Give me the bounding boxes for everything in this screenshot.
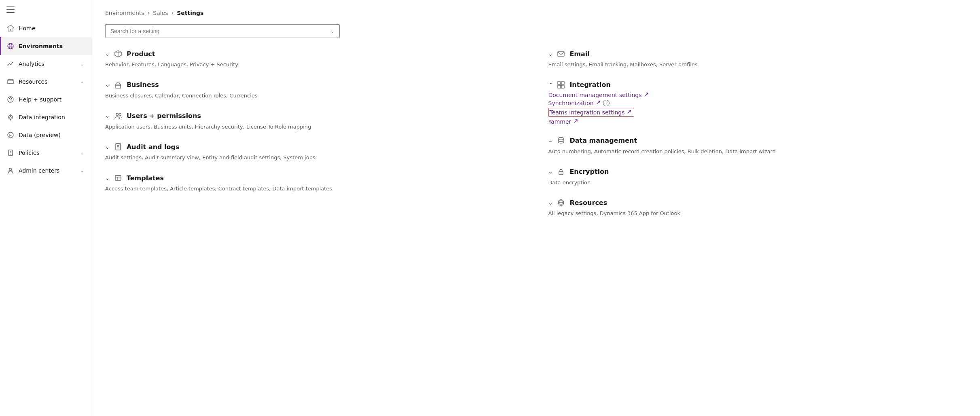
- section-integration: ⌄ Integration Document management settin: [548, 80, 967, 125]
- svg-rect-29: [115, 175, 121, 180]
- section-product-links: Behavior, Features, Languages, Privacy +…: [105, 61, 524, 69]
- section-templates-links: Access team templates, Article templates…: [105, 185, 524, 193]
- sidebar-item-help-label: Help + support: [19, 96, 85, 103]
- svg-rect-3: [8, 80, 13, 84]
- section-data-management-links: Auto numbering, Automatic record creatio…: [548, 148, 967, 156]
- sidebar-header: [0, 0, 92, 19]
- section-email-header[interactable]: ⌄ Email: [548, 49, 967, 58]
- sidebar-item-help-support[interactable]: Help + support: [0, 91, 92, 108]
- sidebar-item-analytics[interactable]: Analytics ⌄: [0, 55, 92, 73]
- sidebar-item-policies[interactable]: Policies ⌄: [0, 144, 92, 162]
- main-content: Environments › Sales › Settings ⌄ ⌄: [92, 0, 980, 416]
- section-email-links: Email settings, Email tracking, Mailboxe…: [548, 61, 967, 69]
- policies-icon: [6, 149, 15, 157]
- section-data-management-title: Data management: [569, 137, 637, 144]
- svg-point-13: [8, 132, 13, 138]
- yammer-link[interactable]: Yammer: [548, 118, 967, 125]
- section-audit-title: Audit and logs: [127, 143, 180, 151]
- sidebar-item-data-preview[interactable]: Data (preview): [0, 126, 92, 144]
- section-audit-links: Audit settings, Audit summary view, Enti…: [105, 154, 524, 162]
- resources-icon: [6, 78, 15, 86]
- svg-point-23: [116, 113, 119, 116]
- audit-icon: [114, 142, 123, 151]
- section-product-header[interactable]: ⌄ Product: [105, 49, 524, 58]
- svg-rect-34: [561, 82, 564, 84]
- business-chevron-icon: ⌄: [105, 82, 110, 88]
- search-input[interactable]: [110, 28, 330, 34]
- encryption-chevron-icon: ⌄: [548, 169, 553, 175]
- teams-integration-label: Teams integration settings: [550, 109, 625, 116]
- section-product-title: Product: [127, 50, 155, 58]
- settings-grid: ⌄ Product Behavior, Features, Languages,…: [105, 49, 967, 229]
- section-users-header[interactable]: ⌄ Users + permissions: [105, 112, 524, 120]
- environments-icon: [6, 42, 15, 50]
- section-encryption-title: Encryption: [569, 168, 609, 175]
- section-integration-header[interactable]: ⌄ Integration: [548, 80, 967, 89]
- section-templates-title: Templates: [127, 174, 164, 182]
- sidebar-item-resources[interactable]: Resources ⌄: [0, 73, 92, 91]
- sidebar-item-home[interactable]: Home: [0, 19, 92, 37]
- section-encryption: ⌄ Encryption Data encryption: [548, 167, 967, 187]
- yammer-label: Yammer: [548, 118, 571, 125]
- teams-integration-link[interactable]: Teams integration settings: [550, 109, 632, 116]
- breadcrumb: Environments › Sales › Settings: [105, 10, 967, 16]
- section-business-title: Business: [127, 81, 159, 89]
- svg-rect-36: [561, 85, 564, 88]
- data-management-icon: [557, 136, 565, 145]
- data-integration-icon: [6, 113, 15, 121]
- synchronization-link[interactable]: Synchronization i: [548, 100, 967, 106]
- section-templates-header[interactable]: ⌄ Templates: [105, 173, 524, 182]
- synchronization-ext-icon: [596, 100, 601, 106]
- search-bar[interactable]: ⌄: [105, 24, 340, 38]
- section-resources-links: All legacy settings, Dynamics 365 App fo…: [548, 209, 967, 218]
- section-users-title: Users + permissions: [127, 112, 201, 120]
- breadcrumb-sales[interactable]: Sales: [153, 10, 168, 16]
- sidebar-item-environments[interactable]: Environments: [0, 37, 92, 55]
- teams-integration-wrapper: Teams integration settings: [548, 108, 635, 117]
- analytics-chevron-icon: ⌄: [79, 61, 85, 67]
- section-audit-header[interactable]: ⌄ Audit and logs: [105, 142, 524, 151]
- sidebar-item-resources-label: Resources: [19, 78, 75, 85]
- yammer-ext-icon: [574, 119, 578, 125]
- analytics-icon: [6, 60, 15, 68]
- data-preview-icon: [6, 131, 15, 139]
- hamburger-menu-icon[interactable]: [6, 6, 15, 14]
- sidebar-item-policies-label: Policies: [19, 150, 75, 156]
- svg-rect-33: [558, 82, 561, 84]
- synchronization-info-icon: i: [603, 100, 610, 106]
- svg-point-24: [119, 113, 121, 115]
- integration-links-list: Document management settings Synchroniza…: [548, 92, 967, 125]
- audit-chevron-icon: ⌄: [105, 144, 110, 150]
- document-management-link[interactable]: Document management settings: [548, 92, 967, 98]
- section-resources-header[interactable]: ⌄ Resources: [548, 198, 967, 207]
- templates-chevron-icon: ⌄: [105, 175, 110, 181]
- breadcrumb-environments[interactable]: Environments: [105, 10, 144, 16]
- search-chevron-icon: ⌄: [330, 28, 334, 34]
- section-encryption-links: Data encryption: [548, 179, 967, 187]
- sidebar-item-data-integration-label: Data integration: [19, 114, 85, 120]
- section-encryption-header[interactable]: ⌄ Encryption: [548, 167, 967, 176]
- svg-point-10: [10, 116, 11, 118]
- sidebar-item-data-preview-label: Data (preview): [19, 132, 85, 138]
- document-management-ext-icon: [644, 92, 649, 98]
- section-business: ⌄ Business Business closures, Calendar, …: [105, 80, 524, 100]
- nav-items: Home Environments Analytics ⌄: [0, 19, 92, 179]
- sidebar-item-admin-centers[interactable]: Admin centers ⌄: [0, 162, 92, 179]
- svg-point-9: [8, 115, 13, 119]
- breadcrumb-sep-1: ›: [148, 10, 150, 16]
- business-icon: [114, 80, 123, 89]
- svg-point-39: [561, 172, 561, 173]
- document-management-label: Document management settings: [548, 92, 642, 98]
- section-data-management-header[interactable]: ⌄ Data management: [548, 136, 967, 145]
- sidebar-item-data-integration[interactable]: Data integration: [0, 108, 92, 126]
- section-business-header[interactable]: ⌄ Business: [105, 80, 524, 89]
- section-users-permissions: ⌄ Users + permissions Application users,…: [105, 112, 524, 131]
- section-resources: ⌄ Resources All legacy settings, Dynamic…: [548, 198, 967, 218]
- svg-rect-35: [558, 85, 561, 88]
- policies-chevron-icon: ⌄: [79, 150, 85, 156]
- section-integration-title: Integration: [569, 81, 611, 89]
- users-icon: [114, 112, 123, 120]
- svg-point-8: [10, 101, 11, 101]
- home-icon: [6, 24, 15, 32]
- sidebar-item-admin-label: Admin centers: [19, 167, 75, 174]
